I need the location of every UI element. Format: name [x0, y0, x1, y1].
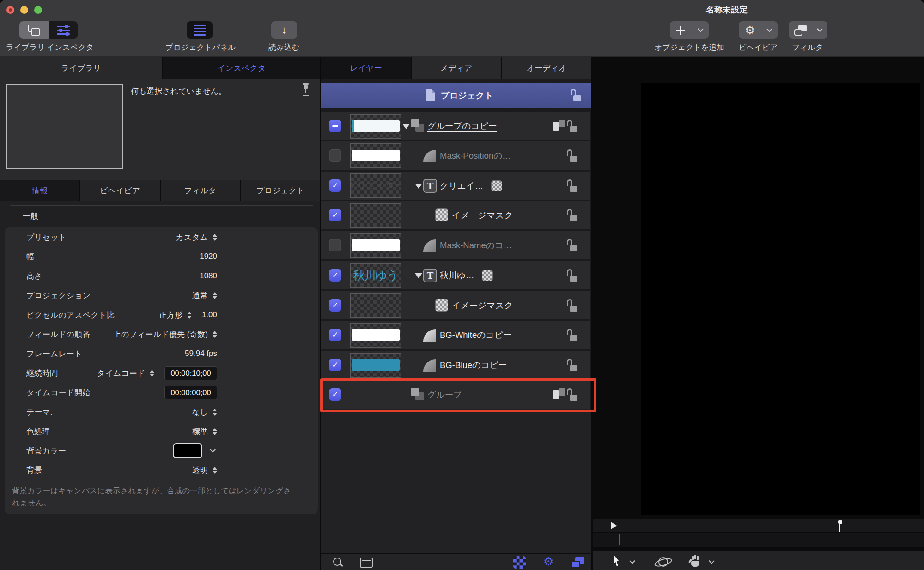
layer-name[interactable]: グループのコピー [427, 120, 497, 132]
layer-row[interactable]: ✓BG-Whiteのコピー [321, 321, 590, 349]
select-tool-cursor-icon[interactable] [614, 555, 622, 566]
popup-value[interactable]: 透明 [192, 465, 208, 476]
lock-icon[interactable] [567, 299, 578, 312]
stepper-icon[interactable] [187, 312, 192, 319]
play-range-marker[interactable] [612, 522, 617, 529]
layer-checkbox[interactable]: ✓ [329, 359, 341, 371]
layer-checkbox[interactable]: ✓ [329, 388, 341, 401]
lock-icon[interactable] [567, 179, 578, 192]
stepper-icon[interactable] [150, 370, 154, 377]
isolation-icon[interactable] [553, 388, 565, 401]
pin-icon[interactable] [302, 83, 309, 96]
show-filters-icon[interactable] [571, 557, 584, 568]
tab-media[interactable]: メディア [412, 57, 501, 79]
layer-name[interactable]: イメージマスク [452, 209, 513, 221]
layer-row[interactable]: ✓グループ [321, 380, 590, 409]
behaviors-button[interactable]: ⚙ [739, 21, 778, 39]
layer-name[interactable]: Mask-Positionの… [440, 150, 511, 161]
layer-checkbox[interactable]: ✓ [329, 179, 341, 192]
canvas[interactable] [641, 83, 920, 515]
layer-name[interactable]: BG-Whiteのコピー [440, 329, 511, 341]
popup-value[interactable]: 正方形 [159, 310, 182, 320]
chevron-down-icon[interactable] [211, 447, 217, 454]
add-object-button[interactable] [670, 21, 709, 39]
filmstrip-toggle-icon[interactable] [360, 558, 373, 568]
stepper-icon[interactable] [213, 409, 217, 416]
lock-icon[interactable] [567, 359, 578, 371]
layer-name[interactable]: イメージマスク [452, 300, 513, 311]
tab-audio[interactable]: オーディオ [502, 57, 591, 79]
layer-checkbox[interactable]: ✓ [329, 269, 341, 282]
layer-checkbox[interactable] [329, 120, 341, 132]
tab-inspector[interactable]: インスペクタ [163, 57, 320, 79]
timecode-input[interactable] [164, 366, 217, 380]
zoom-button[interactable] [34, 6, 42, 14]
tab-library[interactable]: ライブラリ [0, 57, 162, 79]
lock-icon[interactable] [567, 269, 578, 282]
orbit-3d-tool-icon[interactable] [654, 555, 671, 567]
layer-row[interactable]: ✓秋川ゆうT秋川ゆ… [321, 261, 590, 289]
stepper-icon[interactable] [213, 331, 217, 338]
timeline-ruler[interactable] [593, 519, 924, 532]
popup-value[interactable]: なし [192, 407, 208, 417]
playhead-marker[interactable] [839, 520, 840, 532]
stepper-icon[interactable] [213, 292, 217, 299]
tab-project[interactable]: プロジェクト [241, 180, 320, 201]
tab-info[interactable]: 情報 [0, 180, 79, 201]
layer-name[interactable]: BG-Blueのコピー [440, 359, 507, 371]
disclosure-triangle[interactable] [415, 273, 422, 278]
layer-checkbox[interactable]: ✓ [329, 329, 341, 341]
show-masks-icon[interactable] [513, 556, 526, 569]
chevron-down-icon[interactable] [709, 558, 715, 564]
popup-value[interactable]: 上のフィールド優先 (奇数) [113, 329, 208, 340]
layer-row[interactable]: ✓BG-Blueのコピー [321, 351, 590, 379]
stepper-icon[interactable] [213, 428, 217, 435]
popup-value[interactable]: 通常 [192, 290, 208, 301]
lock-icon[interactable] [567, 388, 578, 401]
lock-icon[interactable] [567, 209, 578, 221]
layer-name[interactable]: Mask-Nameのコ… [440, 239, 512, 251]
disclosure-triangle[interactable] [402, 124, 410, 129]
layer-checkbox[interactable] [329, 149, 341, 162]
popup-value[interactable]: タイムコード [97, 368, 145, 379]
color-swatch[interactable] [173, 443, 202, 458]
tab-layers[interactable]: レイヤー [321, 57, 411, 79]
library-toggle-button[interactable] [19, 21, 49, 39]
lock-icon[interactable] [571, 89, 581, 101]
layer-name[interactable]: クリエイ… [440, 180, 483, 191]
pan-hand-tool-icon[interactable] [689, 555, 701, 567]
lock-icon[interactable] [567, 239, 578, 251]
layer-row[interactable]: ✓イメージマスク [321, 291, 590, 319]
layer-checkbox[interactable] [329, 239, 341, 251]
inspector-toggle-button[interactable] [49, 21, 78, 39]
lock-icon[interactable] [567, 149, 578, 162]
tab-filters[interactable]: フィルタ [161, 180, 240, 201]
chevron-down-icon[interactable] [629, 558, 635, 564]
layer-row[interactable]: グループのコピー [321, 112, 590, 140]
close-button[interactable] [6, 6, 14, 14]
timecode-input[interactable] [164, 386, 217, 399]
lock-icon[interactable] [567, 120, 578, 132]
layer-row[interactable]: ✓イメージマスク [321, 201, 590, 229]
popup-value[interactable]: カスタム [176, 232, 208, 243]
lock-icon[interactable] [567, 329, 578, 341]
tab-behaviors[interactable]: ビヘイビア [80, 180, 160, 201]
disclosure-triangle[interactable] [415, 184, 422, 189]
layer-row[interactable]: Mask-Nameのコ… [321, 231, 590, 259]
mini-timeline-track[interactable] [593, 533, 924, 547]
popup-value[interactable]: 標準 [192, 426, 208, 437]
filters-button[interactable] [789, 21, 827, 39]
stepper-icon[interactable] [213, 467, 217, 474]
layer-name[interactable]: 秋川ゆ… [440, 270, 474, 281]
layer-row[interactable]: ✓クリエイターTクリエイ… [321, 172, 590, 200]
project-panel-button[interactable] [187, 21, 213, 39]
stepper-icon[interactable] [213, 234, 217, 241]
show-behaviors-gear-icon[interactable]: ⚙ [543, 556, 553, 567]
layer-row[interactable]: Mask-Positionの… [321, 141, 590, 170]
layer-checkbox[interactable]: ✓ [329, 299, 341, 312]
layer-checkbox[interactable]: ✓ [329, 209, 341, 221]
project-row[interactable]: プロジェクト [321, 83, 591, 108]
layer-name[interactable]: グループ [427, 389, 462, 400]
isolation-icon[interactable] [553, 120, 565, 132]
minimize-button[interactable] [20, 6, 28, 14]
